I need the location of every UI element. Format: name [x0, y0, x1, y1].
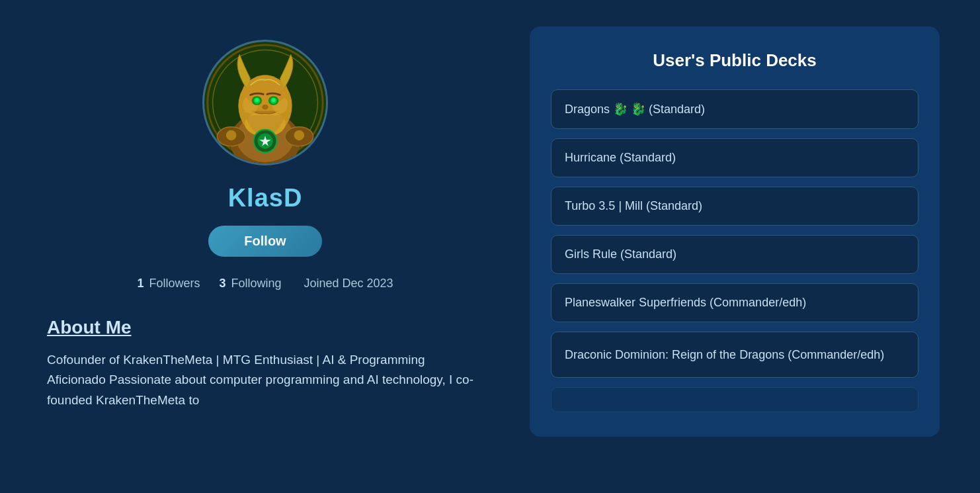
- right-panel: User's Public Decks Dragons 🐉 🐉 (Standar…: [530, 26, 940, 437]
- deck-item[interactable]: Girls Rule (Standard): [551, 235, 919, 274]
- joined-label: Joined Dec 2023: [304, 277, 393, 291]
- stats-row: 1 Followers 3 Following Joined Dec 2023: [137, 277, 393, 291]
- stats-separator-2: [290, 277, 296, 291]
- followers-label: Followers: [149, 277, 200, 291]
- deck-item[interactable]: Turbo 3.5 | Mill (Standard): [551, 187, 919, 226]
- deck-item[interactable]: Dragons 🐉 🐉 (Standard): [551, 89, 919, 129]
- following-count: 3: [219, 277, 225, 291]
- deck-item[interactable]: Hurricane (Standard): [551, 138, 919, 177]
- svg-point-23: [294, 130, 304, 140]
- follow-button[interactable]: Follow: [208, 226, 321, 257]
- followers-count: 1: [137, 277, 143, 291]
- username: KlasD: [228, 184, 303, 212]
- stats-separator-1: [208, 277, 211, 291]
- about-title: About Me: [47, 317, 483, 338]
- svg-point-22: [226, 130, 236, 140]
- about-section: About Me Cofounder of KrakenTheMeta | MT…: [40, 317, 490, 410]
- svg-point-16: [272, 98, 276, 102]
- decks-title: User's Public Decks: [551, 50, 919, 71]
- deck-item[interactable]: Draconic Dominion: Reign of the Dragons …: [551, 332, 919, 378]
- deck-list: Dragons 🐉 🐉 (Standard) Hurricane (Standa…: [551, 89, 919, 412]
- avatar: [202, 40, 328, 165]
- left-panel: KlasD Follow 1 Followers 3 Following Joi…: [40, 26, 490, 410]
- about-text: Cofounder of KrakenTheMeta | MTG Enthusi…: [47, 350, 483, 410]
- deck-item[interactable]: Planeswalker Superfriends (Commander/edh…: [551, 283, 919, 322]
- following-label: Following: [231, 277, 281, 291]
- svg-point-15: [255, 98, 259, 102]
- deck-item-partial[interactable]: [551, 387, 919, 412]
- page-container: KlasD Follow 1 Followers 3 Following Joi…: [40, 26, 940, 437]
- svg-point-17: [262, 105, 268, 110]
